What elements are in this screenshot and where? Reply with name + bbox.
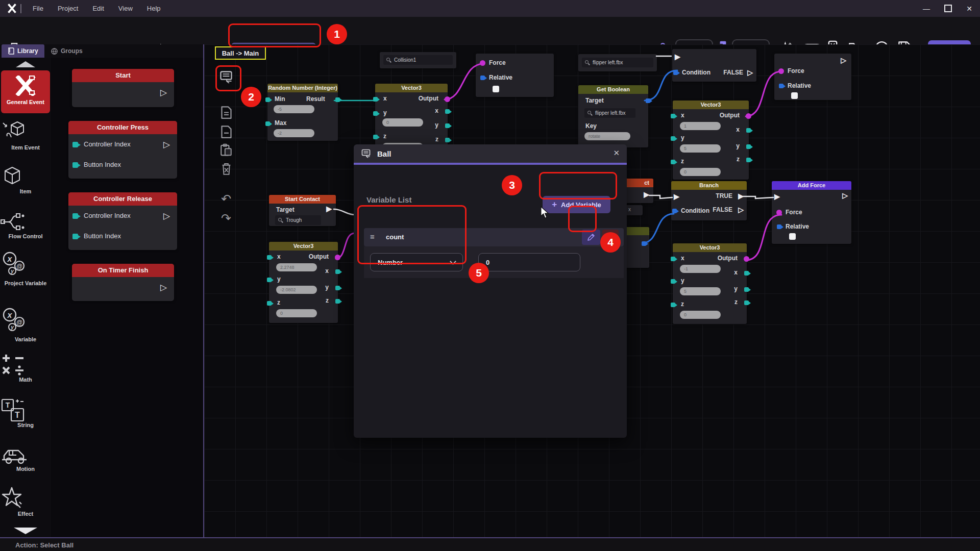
minimize-button[interactable]: — <box>917 0 936 17</box>
input-port[interactable] <box>671 136 675 141</box>
sidebar-item-math[interactable]: Math <box>0 352 51 383</box>
x-value-field[interactable]: 1 <box>680 122 721 130</box>
input-port[interactable] <box>671 114 675 118</box>
edit-variable-button[interactable] <box>582 230 600 245</box>
exec-out-port[interactable]: ▶ <box>738 192 744 199</box>
input-port[interactable] <box>671 160 675 164</box>
max-value-field[interactable]: -2 <box>274 129 314 137</box>
variable-list-tool[interactable] <box>217 68 235 86</box>
exec-in-port[interactable]: ▶ <box>674 193 679 200</box>
output-port[interactable] <box>744 287 749 292</box>
relative-checkbox[interactable] <box>791 92 798 99</box>
sidebar-item-item-event[interactable]: Item Event <box>0 119 51 151</box>
output-port[interactable] <box>746 144 751 149</box>
delete-variable-button[interactable] <box>602 230 619 245</box>
node-fragment-add-force[interactable]: ▷ Force Relative <box>774 54 851 100</box>
template-node-controller-release[interactable]: Controller Release Controller Index ▷ Bu… <box>68 192 177 250</box>
exec-out-port[interactable]: ▷ <box>738 206 744 213</box>
menu-view[interactable]: View <box>111 5 140 12</box>
output-port[interactable] <box>335 269 340 274</box>
input-port[interactable] <box>72 162 78 168</box>
output-port[interactable] <box>335 299 340 304</box>
output-port[interactable] <box>744 300 749 305</box>
drag-handle-icon[interactable]: ≡ <box>370 232 375 241</box>
sidebar-item-string[interactable]: TT String <box>0 397 51 428</box>
scroll-down-icon[interactable] <box>14 528 37 534</box>
exec-out-port[interactable]: ▷ <box>163 211 170 221</box>
node-start-contact[interactable]: Start Contact Target ▶ Trough <box>269 195 336 226</box>
exec-in-port[interactable]: ▶ <box>675 53 680 60</box>
exec-out-port[interactable]: ▷ <box>163 139 170 150</box>
breadcrumb[interactable]: Ball -> Main <box>215 46 266 60</box>
relative-input-port[interactable] <box>480 76 485 80</box>
x-value-field[interactable]: 2.2748 <box>276 263 317 271</box>
output-port[interactable] <box>445 123 450 128</box>
remove-page-tool[interactable] <box>217 123 235 140</box>
y-value-field[interactable]: 5 <box>680 287 721 295</box>
template-node-start[interactable]: Start ▷ <box>72 69 174 107</box>
menu-edit[interactable]: Edit <box>85 5 111 12</box>
search-field[interactable]: flipper left.fbx <box>582 58 653 67</box>
sidebar-item-project-variable[interactable]: x@y Project Variable <box>0 251 51 286</box>
node-random-number[interactable]: Random Number (Integer) Min Result -5 Ma… <box>267 84 338 141</box>
exec-out-port[interactable]: ▷ <box>841 57 846 64</box>
input-port[interactable] <box>267 255 272 260</box>
condition-input-port[interactable] <box>672 209 677 213</box>
exec-out-port[interactable]: ▷ <box>747 69 753 76</box>
y-value-field[interactable]: 5 <box>680 144 721 153</box>
node-vector3[interactable]: Vector3 x Output y x 0 z y z 0 <box>375 84 448 153</box>
output-port[interactable] <box>335 286 340 290</box>
input-port[interactable] <box>72 213 78 219</box>
output-port[interactable] <box>642 241 646 246</box>
modal-header[interactable]: Ball ✕ <box>354 144 627 163</box>
exec-out-port[interactable]: ▷ <box>160 282 167 293</box>
exec-out-port[interactable]: ▷ <box>842 192 848 199</box>
force-input-port[interactable] <box>480 60 485 66</box>
exec-out-port[interactable]: ▶ <box>326 205 332 212</box>
menu-file[interactable]: File <box>26 5 51 12</box>
z-value-field[interactable]: 0 <box>276 309 317 317</box>
condition-input-port[interactable] <box>673 70 678 75</box>
add-variable-button[interactable]: + Add Variable <box>543 196 610 213</box>
close-button[interactable]: ✕ <box>960 0 979 17</box>
input-port[interactable] <box>265 121 270 126</box>
tab-library[interactable]: Library <box>2 44 44 58</box>
output-port[interactable] <box>445 138 450 142</box>
scroll-up-icon[interactable] <box>16 61 35 67</box>
output-port[interactable] <box>335 97 340 102</box>
node-fragment-flipper[interactable]: flipper left.fbx <box>578 54 657 71</box>
menu-project[interactable]: Project <box>51 5 85 12</box>
exec-in-port[interactable]: ▶ <box>774 193 780 200</box>
output-port[interactable] <box>445 109 450 114</box>
redo-tool[interactable]: ↷ <box>217 210 235 227</box>
template-node-on-timer-finish[interactable]: On Timer Finish ▷ <box>72 264 174 301</box>
close-icon[interactable]: ✕ <box>613 148 620 158</box>
search-field[interactable]: Collision1 <box>383 55 453 65</box>
output-port[interactable] <box>744 271 749 276</box>
node-branch[interactable]: Branch ▶ TRUE ▶ Condition FALSE ▷ <box>671 181 747 220</box>
tab-groups[interactable]: Groups <box>51 44 83 58</box>
target-search-field[interactable]: flipper left.fbx <box>584 108 635 118</box>
z-value-field[interactable]: 0 <box>680 311 721 319</box>
output-port[interactable] <box>335 255 340 260</box>
output-port[interactable] <box>646 98 650 103</box>
sidebar-item-flow-control[interactable]: Flow Control <box>0 211 51 239</box>
input-port[interactable] <box>267 301 272 306</box>
output-port[interactable] <box>746 128 751 133</box>
exec-out-port[interactable]: ▶ <box>644 191 649 198</box>
menu-help[interactable]: Help <box>140 5 168 12</box>
input-port[interactable] <box>373 111 378 116</box>
input-port[interactable] <box>373 135 378 139</box>
input-port[interactable] <box>671 303 675 307</box>
relative-input-port[interactable] <box>777 224 781 229</box>
relative-checkbox[interactable] <box>789 233 796 240</box>
variable-value-input[interactable]: 0 <box>478 253 580 271</box>
node-vector3[interactable]: Vector3 x Output -1 y x 5 z y z 0 <box>673 243 747 324</box>
key-dropdown[interactable]: rotate <box>584 132 630 140</box>
variable-row[interactable]: ≡ count <box>364 228 624 246</box>
z-value-field[interactable]: 0 <box>680 168 721 176</box>
x-value-field[interactable]: -1 <box>680 265 721 273</box>
delete-tool[interactable] <box>217 160 235 177</box>
target-search-field[interactable]: Trough <box>275 215 321 225</box>
node-fragment-contact[interactable]: ct ▶ <box>625 179 653 203</box>
